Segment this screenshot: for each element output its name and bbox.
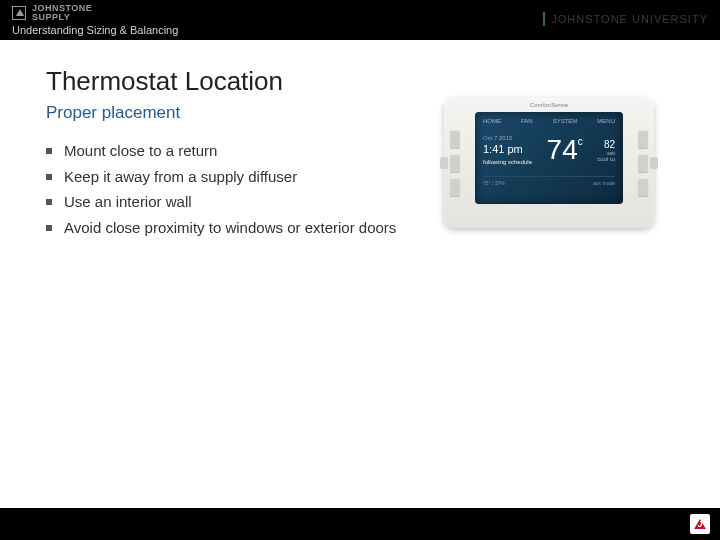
thermostat-brand: ComfortSense bbox=[530, 102, 568, 108]
humidity-value: 75° / 37% bbox=[483, 180, 505, 186]
bullet-icon bbox=[46, 225, 52, 231]
device-button-left-1 bbox=[450, 130, 460, 148]
set-value: 82 bbox=[597, 139, 615, 150]
screen-setpoint: 82 set cool to bbox=[597, 139, 615, 162]
logo-icon bbox=[12, 6, 26, 20]
list-item: Keep it away from a supply diffuser bbox=[46, 167, 424, 187]
university-label: JOHNSTONE UNIVERSITY bbox=[543, 12, 708, 26]
temp-unit: c bbox=[578, 136, 583, 147]
cool-label: cool to bbox=[597, 156, 615, 162]
screen-footer: 75° / 37% aux mode bbox=[483, 176, 615, 186]
tab-home: HOME bbox=[483, 118, 501, 124]
screen-status: following schedule bbox=[483, 158, 532, 166]
bullet-icon bbox=[46, 148, 52, 154]
page-subtitle: Proper placement bbox=[46, 103, 424, 123]
brand-text: JOHNSTONE SUPPLY bbox=[32, 4, 92, 22]
bullet-list: Mount close to a return Keep it away fro… bbox=[46, 141, 424, 237]
university-text: JOHNSTONE UNIVERSITY bbox=[551, 13, 708, 25]
bullet-icon bbox=[46, 174, 52, 180]
footer-bar: J bbox=[0, 508, 720, 540]
tab-fan: FAN bbox=[521, 118, 533, 124]
thermostat-screen: HOME FAN SYSTEM MENU Oct 7 2015 1:41 pm … bbox=[475, 112, 623, 204]
screen-datetime: Oct 7 2015 1:41 pm following schedule bbox=[483, 134, 532, 166]
screen-temp: 74c bbox=[547, 134, 583, 166]
screen-main: Oct 7 2015 1:41 pm following schedule 74… bbox=[483, 126, 615, 174]
slide-content: Thermostat Location Proper placement Mou… bbox=[0, 40, 720, 243]
screen-tabs: HOME FAN SYSTEM MENU bbox=[483, 118, 615, 124]
temp-value: 74 bbox=[547, 134, 578, 166]
bullet-icon bbox=[46, 199, 52, 205]
brand-bottom: SUPPLY bbox=[32, 13, 92, 22]
device-button-right-1 bbox=[638, 130, 648, 148]
page-title: Thermostat Location bbox=[46, 66, 424, 97]
bullet-text: Avoid close proximity to windows or exte… bbox=[64, 218, 396, 238]
bullet-text: Keep it away from a supply diffuser bbox=[64, 167, 297, 187]
device-button-right-2 bbox=[638, 154, 648, 172]
thermostat-device: ComfortSense HOME FAN SYSTEM MENU Oct 7 … bbox=[444, 98, 654, 228]
mode-value: aux mode bbox=[593, 180, 615, 186]
tab-system: SYSTEM bbox=[553, 118, 578, 124]
bullet-text: Mount close to a return bbox=[64, 141, 217, 161]
list-item: Use an interior wall bbox=[46, 192, 424, 212]
list-item: Avoid close proximity to windows or exte… bbox=[46, 218, 424, 238]
accent-bar-icon bbox=[543, 12, 545, 26]
corner-logo: J bbox=[690, 514, 710, 534]
device-button-right-3 bbox=[638, 178, 648, 196]
image-column: ComfortSense HOME FAN SYSTEM MENU Oct 7 … bbox=[444, 66, 674, 243]
bullet-text: Use an interior wall bbox=[64, 192, 192, 212]
screen-time: 1:41 pm bbox=[483, 142, 532, 157]
breadcrumb: Understanding Sizing & Balancing bbox=[12, 24, 178, 36]
device-button-left-3 bbox=[450, 178, 460, 196]
corner-mark: J bbox=[697, 519, 702, 529]
list-item: Mount close to a return bbox=[46, 141, 424, 161]
screen-date: Oct 7 2015 bbox=[483, 134, 532, 142]
device-button-left-2 bbox=[450, 154, 460, 172]
text-column: Thermostat Location Proper placement Mou… bbox=[46, 66, 424, 243]
tab-menu: MENU bbox=[597, 118, 615, 124]
brand-logo: JOHNSTONE SUPPLY bbox=[12, 4, 92, 22]
header-bar: JOHNSTONE SUPPLY Understanding Sizing & … bbox=[0, 0, 720, 40]
